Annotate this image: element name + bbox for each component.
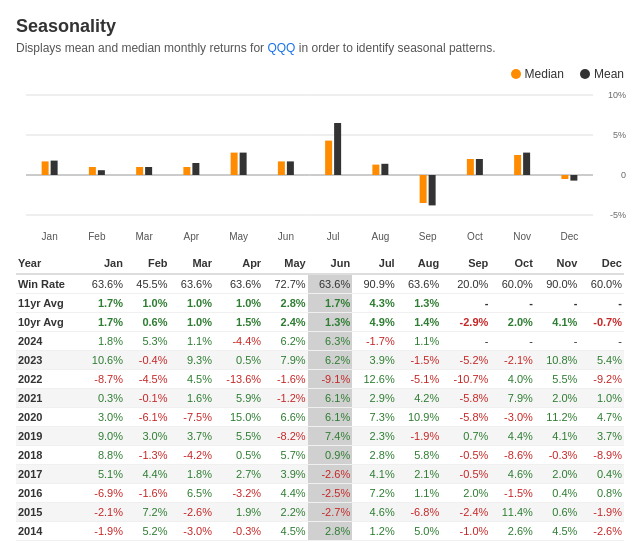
mean-dot (580, 69, 590, 79)
data-cell: 5.8% (397, 446, 442, 465)
year-cell: 2022 (16, 370, 80, 389)
data-cell: 5.5% (214, 427, 263, 446)
data-cell: 5.5% (535, 370, 580, 389)
table-row: 20241.8%5.3%1.1%-4.4%6.2%6.3%-1.7%1.1%--… (16, 332, 624, 351)
data-cell: 4.4% (490, 427, 535, 446)
data-cell: -1.9% (80, 522, 125, 541)
data-cell: 7.2% (352, 484, 397, 503)
median-dot (511, 69, 521, 79)
data-cell: -6.1% (125, 408, 170, 427)
data-cell: -5.8% (441, 389, 490, 408)
data-cell: 4.5% (535, 522, 580, 541)
data-cell: 6.1% (308, 408, 353, 427)
seasonality-chart (16, 85, 624, 245)
data-cell: 6.2% (263, 332, 308, 351)
data-cell: 7.9% (490, 389, 535, 408)
data-cell: 1.8% (80, 332, 125, 351)
data-cell: - (490, 294, 535, 313)
data-cell: -8.6% (490, 446, 535, 465)
data-cell: -0.3% (535, 446, 580, 465)
year-cell: 11yr Avg (16, 294, 80, 313)
data-cell: 63.6% (308, 274, 353, 294)
legend-median: Median (511, 67, 564, 81)
data-cell: 1.7% (80, 294, 125, 313)
data-cell: 4.6% (352, 503, 397, 522)
data-cell: -8.2% (263, 427, 308, 446)
data-cell: 4.1% (535, 427, 580, 446)
data-cell: 9.0% (80, 427, 125, 446)
data-cell: -7.5% (169, 408, 214, 427)
data-cell: 0.3% (80, 389, 125, 408)
data-cell: -2.6% (579, 522, 624, 541)
col-header-may: May (263, 253, 308, 274)
data-cell: 1.0% (214, 294, 263, 313)
data-cell: 12.6% (352, 370, 397, 389)
data-cell: -0.1% (125, 389, 170, 408)
data-cell: 0.4% (579, 465, 624, 484)
subtitle: Displays mean and median monthly returns… (16, 41, 624, 55)
year-cell: 2016 (16, 484, 80, 503)
seasonality-table: YearJanFebMarAprMayJunJulAugSepOctNovDec… (16, 253, 624, 541)
year-cell: 2014 (16, 522, 80, 541)
data-cell: 3.9% (263, 465, 308, 484)
data-cell: - (535, 294, 580, 313)
data-cell: 15.0% (214, 408, 263, 427)
data-cell: 6.3% (308, 332, 353, 351)
data-cell: 4.3% (352, 294, 397, 313)
data-cell: -0.5% (441, 465, 490, 484)
data-cell: - (441, 332, 490, 351)
data-cell: 1.1% (397, 332, 442, 351)
data-cell: -2.1% (80, 503, 125, 522)
data-cell: 0.7% (441, 427, 490, 446)
data-cell: -0.5% (441, 446, 490, 465)
data-cell: 4.4% (263, 484, 308, 503)
data-cell: 3.9% (352, 351, 397, 370)
year-cell: 2024 (16, 332, 80, 351)
year-cell: Win Rate (16, 274, 80, 294)
data-cell: -4.2% (169, 446, 214, 465)
data-cell: 2.8% (352, 446, 397, 465)
data-cell: 11.4% (490, 503, 535, 522)
data-cell: 5.0% (397, 522, 442, 541)
data-cell: -1.3% (125, 446, 170, 465)
data-cell: -0.4% (125, 351, 170, 370)
data-cell: 6.1% (308, 389, 353, 408)
data-cell: 90.0% (535, 274, 580, 294)
data-cell: 2.3% (352, 427, 397, 446)
ticker-link[interactable]: QQQ (267, 41, 295, 55)
data-cell: -2.5% (308, 484, 353, 503)
data-cell: 90.9% (352, 274, 397, 294)
col-header-mar: Mar (169, 253, 214, 274)
data-cell: - (490, 332, 535, 351)
data-cell: 10.9% (397, 408, 442, 427)
chart-legend: Median Mean (16, 67, 624, 81)
data-cell: 2.2% (263, 503, 308, 522)
data-cell: -1.5% (490, 484, 535, 503)
data-cell: -2.1% (490, 351, 535, 370)
data-cell: -1.0% (441, 522, 490, 541)
data-cell: -4.5% (125, 370, 170, 389)
col-header-aug: Aug (397, 253, 442, 274)
data-cell: 0.6% (125, 313, 170, 332)
data-cell: 5.2% (125, 522, 170, 541)
data-cell: -13.6% (214, 370, 263, 389)
data-cell: 7.2% (125, 503, 170, 522)
table-row: 2015-2.1%7.2%-2.6%1.9%2.2%-2.7%4.6%-6.8%… (16, 503, 624, 522)
data-cell: -3.0% (169, 522, 214, 541)
data-cell: 5.9% (214, 389, 263, 408)
data-cell: - (579, 332, 624, 351)
col-header-year: Year (16, 253, 80, 274)
table-row: Win Rate63.6%45.5%63.6%63.6%72.7%63.6%90… (16, 274, 624, 294)
data-cell: 2.9% (352, 389, 397, 408)
data-cell: 10.8% (535, 351, 580, 370)
data-cell: 1.5% (214, 313, 263, 332)
page-title: Seasonality (16, 16, 624, 37)
data-cell: 7.4% (308, 427, 353, 446)
data-cell: 0.6% (535, 503, 580, 522)
data-cell: -1.7% (352, 332, 397, 351)
legend-mean: Mean (580, 67, 624, 81)
col-header-sep: Sep (441, 253, 490, 274)
data-cell: -10.7% (441, 370, 490, 389)
data-cell: 4.5% (263, 522, 308, 541)
data-cell: 2.8% (308, 522, 353, 541)
